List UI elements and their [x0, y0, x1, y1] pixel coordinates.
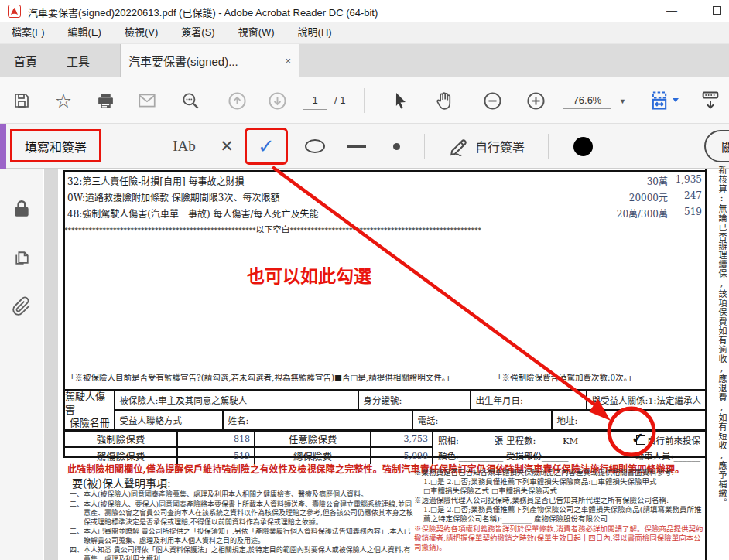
table-header-cell: 駕駛人傷害 保險名冊	[65, 391, 115, 429]
color-damage-line: 顏色:__________ 受損部份______ 勘車人員:______	[438, 449, 700, 462]
table-top-section: 駕駛人傷害 保險名冊 被保險人:車主及其同意之駕駛人 身分證號:-- 出生年月日…	[65, 391, 705, 430]
dui-surcharge-note: 「※強制險保費含酒駕加費次數:0次。」	[494, 371, 635, 383]
cross-mark-tool[interactable]: ✕	[215, 124, 238, 169]
coverage-premium: 519	[684, 207, 702, 217]
fill-sign-panel-label[interactable]: 填寫和簽署	[25, 137, 87, 155]
menu-help[interactable]: 說明(H)	[286, 22, 344, 43]
sign-pen-icon[interactable]	[444, 124, 475, 169]
tab-document-label: 汽車要保書(signed)...	[128, 53, 238, 69]
side-vertical-note: 新核算:無論已否辦理續保,該項保費如有逾收,應退費,如有短收,應予補繳。	[710, 166, 727, 529]
email-icon[interactable]	[135, 88, 159, 113]
coverage-amount: 30萬	[647, 174, 668, 187]
menu-view[interactable]: 檢視(V)	[113, 22, 169, 43]
fit-width-icon[interactable]	[647, 88, 672, 113]
self-apply-label: 自行前來投保	[647, 434, 700, 446]
line-tool-icon	[347, 145, 366, 148]
tab-home[interactable]: 首頁	[0, 44, 51, 77]
declaration-item: 一、本人(被保險人)同意國泰產險蒐集、處理及利用本人相關之健康檢查、醫療及病歷個…	[70, 490, 415, 500]
coverage-amount: 20萬/300萬	[617, 207, 668, 220]
print-icon[interactable]	[93, 88, 118, 113]
fill-sign-accent-strip	[0, 124, 6, 169]
agent-note: ※透過保險代理人公司投保時,業務員是否已告知其所代理之所有保險公司名稱:	[414, 496, 707, 505]
fill-sign-toolbar: 填寫和簽署 IAb ✕ ✓ 自行簽署 關閉	[0, 124, 729, 169]
coverage-row: 0W:道路救援險附加條款 保險期間限3次、每次限額 20000元 247	[67, 190, 703, 206]
page-down-icon[interactable]	[265, 88, 289, 113]
phone-cell: 電話:	[413, 411, 553, 429]
close-fill-sign-button[interactable]: 關閉	[704, 130, 729, 162]
pdf-page: 32:第三人責任險-財損[自用] 每事故之財損 30萬 1,935 0W:道路救…	[58, 169, 729, 560]
voluntary-premium-label: 任意險保費	[255, 432, 371, 448]
photo-mileage-text: 照相:________張 里程數:______KM	[438, 434, 636, 446]
agent-note: ※業務員是否已告知各類車體損失保險商品之內容差異或提供相關書面資料參考:	[414, 468, 707, 477]
menu-file[interactable]: 檔案(F)	[0, 22, 56, 43]
save-icon[interactable]	[9, 88, 34, 113]
photo-mileage-line: 照相:________張 里程數:______KM ✓ 自行前來投保	[438, 434, 700, 446]
menu-sign[interactable]: 簽署(S)	[169, 22, 226, 43]
insurance-table: 駕駛人傷害 保險名冊 被保險人:車主及其同意之駕駛人 身分證號:-- 出生年月日…	[63, 389, 707, 458]
line-tool[interactable]	[344, 124, 370, 169]
tab-document[interactable]: 汽車要保書(signed)... ×	[120, 44, 299, 77]
stars: ****************************************…	[290, 227, 482, 233]
compulsory-premium-value: 818	[178, 432, 255, 448]
main-toolbar: ☆ 1 / 1	[0, 77, 729, 124]
address-cell: 地址:	[553, 411, 705, 429]
voluntary-premium-value: 3,753	[371, 432, 433, 448]
beneficiary-relation-cell: 與受益人關係:1:法定繼承人	[587, 391, 705, 409]
attachments-paperclip-icon[interactable]	[11, 295, 33, 317]
add-text-tool[interactable]: IAb	[167, 124, 201, 169]
zoom-level-value[interactable]: 76.6%	[563, 93, 611, 109]
page-number-input[interactable]: 1	[303, 93, 327, 110]
coverage-row: 48:強制駕駛人傷害(汽車單一事故) 每人傷害/每人死亡及失能 20萬/300萬…	[67, 207, 703, 222]
stars: ****************************************…	[64, 227, 256, 233]
agent-note: 1.□是 2.□否;業務員僅推薦下列車體損失保險商品:□車體損失保險甲式	[414, 477, 707, 487]
tab-tools[interactable]: 工具	[51, 44, 105, 77]
zoom-dropdown-icon[interactable]: ▼	[619, 97, 626, 105]
security-lock-icon[interactable]	[11, 198, 33, 220]
coverage-desc: 0W:道路救援險附加條款 保險期間限3次、每次限額	[67, 190, 279, 203]
maximize-icon	[713, 6, 721, 15]
birthdate-cell: 出生年月日:	[471, 391, 587, 409]
annotation-note-text: 也可以如此勾選	[247, 261, 371, 288]
zoom-in-icon[interactable]	[523, 88, 548, 113]
name-cell: 姓名:	[224, 411, 413, 429]
circle-tool[interactable]	[302, 124, 328, 169]
fit-width-dropdown-icon[interactable]	[670, 88, 681, 113]
blank-below-line: ****************************************…	[64, 223, 705, 233]
page-thumbnails-icon[interactable]	[11, 246, 33, 268]
menu-bar: 檔案(F) 編輯(E) 檢視(V) 簽署(S) 視窗(W) 說明(H)	[0, 22, 729, 44]
menu-edit[interactable]: 編輯(E)	[56, 22, 113, 43]
check-annotation: ✓	[631, 429, 644, 446]
tab-close-icon[interactable]: ×	[285, 55, 291, 67]
dot-tool[interactable]	[388, 124, 404, 169]
page-up-icon[interactable]	[224, 88, 249, 113]
collapse-toolbar-icon[interactable]	[698, 88, 723, 113]
sign-yourself-button[interactable]: 自行簽署	[475, 124, 525, 169]
toolbar-divider	[364, 88, 364, 113]
star-icon[interactable]: ☆	[51, 88, 76, 113]
maximize-button[interactable]	[701, 0, 729, 20]
pdf-file-icon	[8, 5, 21, 18]
select-cursor-icon[interactable]	[388, 88, 413, 113]
agent-notes-column: ※業務員是否已告知各類車體損失保險商品之內容差異或提供相關書面資料參考: 1.□…	[414, 468, 707, 552]
dot-tool-icon	[393, 143, 400, 150]
form-border-top	[63, 170, 707, 172]
search-zoom-icon[interactable]	[178, 88, 203, 113]
declaration-list: 一、本人(被保險人)同意國泰產險蒐集、處理及利用本人相關之健康檢查、醫療及病歷個…	[70, 490, 415, 560]
tab-bar: 首頁 工具 汽車要保書(signed)... × ?	[0, 44, 729, 77]
fill-sign-divider	[548, 134, 549, 159]
minimize-button[interactable]: —	[656, 0, 687, 20]
fill-sign-label-highlight: 填寫和簽署	[10, 129, 101, 162]
agent-note: 1.□是 2.□否;業務員僅推薦下列產物保險公司之車體損失保險商品(請填寫業務員…	[414, 505, 707, 524]
declaration-item: 二、本人(被保險人、要保人)同意國泰產險將本要保書上所載本人資料轉送產、壽險公會…	[70, 500, 415, 528]
id-number-cell: 身分證號:--	[359, 391, 471, 409]
hand-tool-icon[interactable]	[432, 88, 457, 113]
table-top-rows: 被保險人:車主及其同意之駕駛人 身分證號:-- 出生年月日: 與受益人關係:1:…	[115, 391, 705, 429]
document-area: 32:第三人責任險-財損[自用] 每事故之財損 30萬 1,935 0W:道路救…	[44, 169, 729, 560]
menu-window[interactable]: 視窗(W)	[227, 22, 286, 43]
check-mark-tool[interactable]: ✓	[258, 135, 275, 159]
color-swatch-black[interactable]	[573, 137, 593, 156]
window-title: 汽車要保書(signed)20220613.pdf (已保護) - Adobe …	[28, 5, 378, 19]
self-apply-checkbox[interactable]: ✓	[636, 435, 645, 445]
declaration-item: 四、本人知悉 貴公司得依「個人資料保護法」之相關規定,於特定目的範圍內對要保人或…	[70, 546, 415, 560]
zoom-out-icon[interactable]	[480, 88, 505, 113]
